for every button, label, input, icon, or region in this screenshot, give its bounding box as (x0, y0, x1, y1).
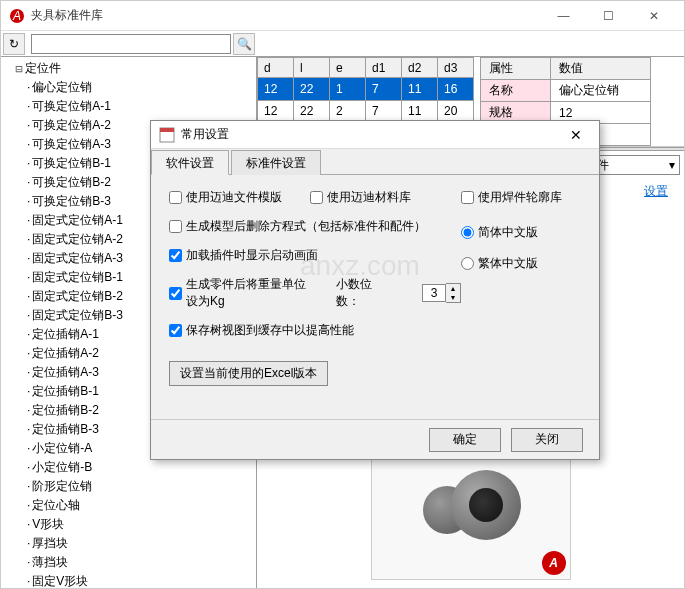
col-header[interactable]: e (330, 58, 366, 78)
settings-dialog: 常用设置 ✕ 软件设置 标准件设置 使用迈迪文件模版 使用迈迪材料库 生成模型后… (150, 120, 600, 460)
spin-down-icon[interactable]: ▼ (446, 293, 460, 302)
decimals-spinner[interactable]: ▲▼ (422, 283, 461, 303)
cancel-button[interactable]: 关闭 (511, 428, 583, 452)
toolbar: ↻ 🔍 (1, 31, 684, 57)
tree-item[interactable]: 偏心定位销 (27, 78, 256, 97)
search-button[interactable]: 🔍 (233, 33, 255, 55)
check-cache-tree[interactable]: 保存树视图到缓存中以提高性能 (169, 322, 354, 339)
search-input[interactable] (31, 34, 231, 54)
window-title: 夹具标准件库 (31, 7, 541, 24)
excel-version-button[interactable]: 设置当前使用的Excel版本 (169, 361, 328, 386)
radio-traditional[interactable]: 繁体中文版 (461, 255, 581, 272)
tree-item[interactable]: 可换定位销A-1 (27, 97, 256, 116)
col-header[interactable]: d2 (402, 58, 438, 78)
table-row[interactable]: 1222171116 (258, 78, 474, 101)
tree-item[interactable]: 定位心轴 (27, 496, 256, 515)
chevron-down-icon: ▾ (669, 158, 675, 172)
decimals-label: 小数位数： (336, 276, 384, 310)
tree-root[interactable]: ⊟ 定位件 (1, 59, 256, 78)
col-header[interactable]: l (294, 58, 330, 78)
refresh-button[interactable]: ↻ (3, 33, 25, 55)
search-icon: 🔍 (237, 37, 252, 51)
logo-badge: A (542, 551, 566, 575)
dialog-icon (159, 127, 175, 143)
tree-item[interactable]: 固定V形块 (27, 572, 256, 588)
prop-header-key: 属性 (481, 58, 551, 80)
prop-header-val: 数值 (551, 58, 651, 80)
svg-rect-3 (160, 128, 174, 132)
close-button[interactable]: ✕ (631, 1, 676, 31)
check-delete-eq[interactable]: 生成模型后删除方程式（包括标准件和配件） (169, 218, 426, 235)
preview-image: A (371, 440, 571, 580)
titlebar: A 夹具标准件库 — ☐ ✕ (1, 1, 684, 31)
settings-link[interactable]: 设置 (644, 184, 668, 198)
ok-button[interactable]: 确定 (429, 428, 501, 452)
svg-text:A: A (12, 9, 21, 23)
maximize-button[interactable]: ☐ (586, 1, 631, 31)
minimize-button[interactable]: — (541, 1, 586, 31)
dialog-title: 常用设置 (181, 126, 561, 143)
check-template[interactable]: 使用迈迪文件模版 (169, 189, 282, 206)
check-material[interactable]: 使用迈迪材料库 (310, 189, 411, 206)
col-header[interactable]: d1 (366, 58, 402, 78)
app-icon: A (9, 8, 25, 24)
tree-item[interactable]: 厚挡块 (27, 534, 256, 553)
tree-item[interactable]: V形块 (27, 515, 256, 534)
radio-simplified[interactable]: 简体中文版 (461, 224, 581, 241)
collapse-icon[interactable]: ⊟ (13, 62, 25, 76)
col-header[interactable]: d (258, 58, 294, 78)
refresh-icon: ↻ (9, 37, 19, 51)
tab-software[interactable]: 软件设置 (151, 150, 229, 175)
tab-standard[interactable]: 标准件设置 (231, 150, 321, 175)
check-splash[interactable]: 加载插件时显示启动画面 (169, 247, 318, 264)
spin-up-icon[interactable]: ▲ (446, 284, 460, 293)
tree-item[interactable]: 小定位销-B (27, 458, 256, 477)
tree-item[interactable]: 薄挡块 (27, 553, 256, 572)
col-header[interactable]: d3 (438, 58, 474, 78)
check-weld-profile[interactable]: 使用焊件轮廓库 (461, 189, 581, 206)
check-weight-kg[interactable]: 生成零件后将重量单位设为Kg (169, 276, 308, 310)
dialog-close-button[interactable]: ✕ (561, 127, 591, 143)
tree-item[interactable]: 阶形定位销 (27, 477, 256, 496)
prop-row[interactable]: 名称偏心定位销 (481, 80, 651, 102)
